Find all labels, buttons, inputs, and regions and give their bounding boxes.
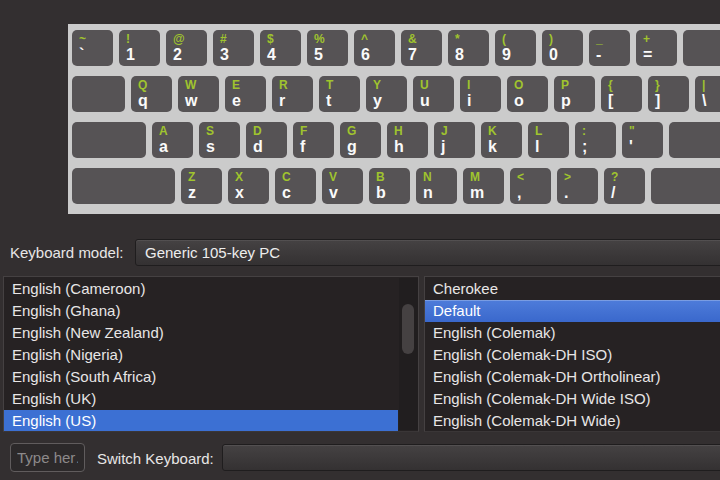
key-b: Bb xyxy=(369,168,410,204)
key-base-label: v xyxy=(329,184,338,202)
key-shift-label: W xyxy=(185,78,196,92)
key-2: @2 xyxy=(166,30,207,66)
key-n: Nn xyxy=(416,168,457,204)
key-shift-label: " xyxy=(629,124,635,138)
list-item[interactable]: English (US) xyxy=(4,410,398,432)
key-base-label: f xyxy=(300,138,305,156)
variant-list-items: CherokeeDefaultEnglish (Colemak)English … xyxy=(425,278,720,432)
key-shift-label: < xyxy=(517,170,524,184)
key-3: #3 xyxy=(213,30,254,66)
list-item[interactable]: English (UK) xyxy=(4,388,398,410)
key-h: Hh xyxy=(387,122,428,158)
key-shift-label: F xyxy=(300,124,307,138)
key-s: Ss xyxy=(199,122,240,158)
key-shift-label: * xyxy=(455,32,460,46)
key-shift-label: Z xyxy=(188,170,195,184)
scrollbar-thumb[interactable] xyxy=(402,304,414,354)
key-base-label: m xyxy=(470,184,484,202)
key-g: Gg xyxy=(340,122,381,158)
list-item[interactable]: English (Colemak-DH ISO) xyxy=(425,344,720,366)
list-item[interactable]: English (Cameroon) xyxy=(4,278,398,300)
keyboard-model-select[interactable]: Generic 105-key PC xyxy=(135,239,720,266)
list-item[interactable]: English (Ghana) xyxy=(4,300,398,322)
key-base-label: / xyxy=(611,184,615,202)
list-item[interactable]: English (Colemak-DH Wide ISO) xyxy=(425,388,720,410)
key-base-label: 4 xyxy=(267,46,276,64)
key-j: Jj xyxy=(434,122,475,158)
key-base-label: h xyxy=(394,138,404,156)
key-/: ?/ xyxy=(604,168,645,204)
key-base-label: ` xyxy=(79,46,84,64)
list-item[interactable]: English (Colemak-DH Wide) xyxy=(425,410,720,432)
key-shift-label: K xyxy=(488,124,497,138)
key-e: Ee xyxy=(225,76,266,112)
key-shift-label: D xyxy=(253,124,262,138)
key-base-label: z xyxy=(188,184,196,202)
key-base-label: 6 xyxy=(361,46,370,64)
list-item[interactable]: Default xyxy=(425,300,720,322)
variant-list[interactable]: CherokeeDefaultEnglish (Colemak)English … xyxy=(424,276,720,432)
key-base-label: s xyxy=(206,138,215,156)
key-shift-label: ( xyxy=(502,32,506,46)
key-l: Ll xyxy=(528,122,569,158)
key-shift-label: E xyxy=(232,78,240,92)
key-shift-label: : xyxy=(582,124,586,138)
key-p: Pp xyxy=(554,76,595,112)
key-base-label: 9 xyxy=(502,46,511,64)
key-shift-label: ~ xyxy=(79,32,86,46)
key-shift-label: N xyxy=(423,170,432,184)
key-`: ~` xyxy=(72,30,113,66)
switch-keyboard-select[interactable] xyxy=(222,444,720,471)
layout-list-items: English (Cameroon)English (Ghana)English… xyxy=(4,278,398,432)
key-base-label: ; xyxy=(582,138,587,156)
key-r: Rr xyxy=(272,76,313,112)
key-]: }] xyxy=(648,76,689,112)
list-item[interactable]: English (Nigeria) xyxy=(4,344,398,366)
test-input[interactable] xyxy=(10,443,85,472)
layout-list[interactable]: English (Cameroon)English (Ghana)English… xyxy=(3,276,419,432)
key-shift-label: U xyxy=(420,78,429,92)
list-item[interactable]: Cherokee xyxy=(425,278,720,300)
list-item[interactable]: English (New Zealand) xyxy=(4,322,398,344)
key-shift-label: > xyxy=(564,170,571,184)
key-shift-label: } xyxy=(655,78,660,92)
key-shift-label: S xyxy=(206,124,214,138)
enter-key xyxy=(669,122,720,158)
key-base-label: 0 xyxy=(549,46,558,64)
key-shift-label: $ xyxy=(267,32,274,46)
key-o: Oo xyxy=(507,76,548,112)
layout-list-scrollbar[interactable] xyxy=(399,278,418,430)
key-d: Dd xyxy=(246,122,287,158)
key-shift-label: V xyxy=(329,170,337,184)
key-base-label: n xyxy=(423,184,433,202)
key-shift-label: H xyxy=(394,124,403,138)
key-base-label: 7 xyxy=(408,46,417,64)
key-shift-label: I xyxy=(467,78,470,92)
list-item[interactable]: English (Colemak-DH Ortholinear) xyxy=(425,366,720,388)
keyboard-model-value: Generic 105-key PC xyxy=(145,244,280,261)
key-i: Ii xyxy=(460,76,501,112)
key-a: Aa xyxy=(152,122,193,158)
key-shift-label: L xyxy=(535,124,542,138)
key-base-label: 8 xyxy=(455,46,464,64)
key-base-label: 2 xyxy=(173,46,182,64)
list-item[interactable]: English (South Africa) xyxy=(4,366,398,388)
key--: _- xyxy=(589,30,630,66)
list-item[interactable]: English (Colemak) xyxy=(425,322,720,344)
key-base-label: t xyxy=(326,92,331,110)
key-z: Zz xyxy=(181,168,222,204)
key-base-label: r xyxy=(279,92,285,110)
key-shift-label: & xyxy=(408,32,417,46)
key-base-label: w xyxy=(185,92,197,110)
backspace-key xyxy=(683,30,720,66)
key-base-label: j xyxy=(441,138,445,156)
key-shift-label: ! xyxy=(126,32,130,46)
key-base-label: [ xyxy=(608,92,613,110)
key-w: Ww xyxy=(178,76,219,112)
key-u: Uu xyxy=(413,76,454,112)
key-base-label: p xyxy=(561,92,571,110)
key-base-label: u xyxy=(420,92,430,110)
key-1: !1 xyxy=(119,30,160,66)
key-5: %5 xyxy=(307,30,348,66)
key-shift-label: P xyxy=(561,78,569,92)
